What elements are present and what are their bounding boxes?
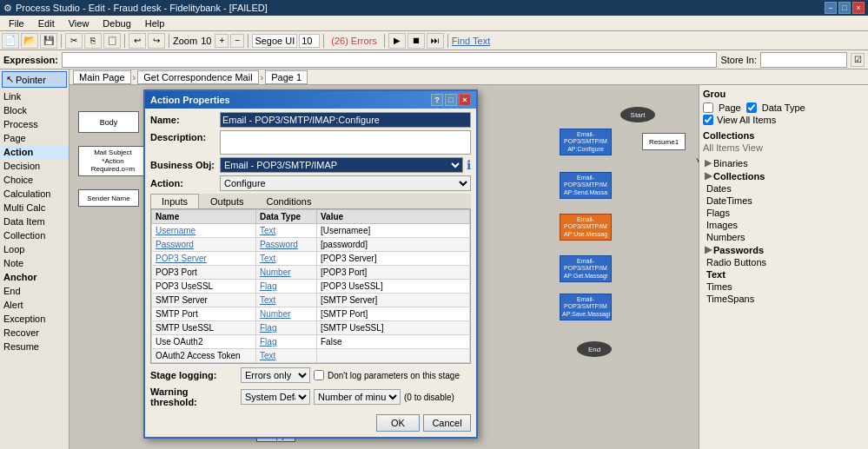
dialog-biz-obj-select[interactable]: Email - POP3/SMTP/IMAP [220,157,463,173]
sidebar-item-collection[interactable]: Collection [0,228,69,242]
table-row[interactable]: POP3 Server Text [POP3 Server] [152,252,470,266]
email-send-node[interactable]: Email-POP3/SMTP/IMAP:Send.Massa [560,172,612,199]
breadcrumb-page-1[interactable]: Page 1 [265,70,308,84]
store-in-button[interactable]: ☑ [851,53,865,67]
warning-unit-select[interactable]: Number of minutes [314,389,401,405]
sidebar-item-loop[interactable]: Loop [0,242,69,256]
table-row[interactable]: SMTP UseSSL Flag [SMTP UseSSL] [152,321,470,335]
data-type-checkbox[interactable] [746,102,757,113]
sidebar-item-note[interactable]: Note [0,256,69,270]
tab-outputs[interactable]: Outputs [199,194,255,208]
email-use-node[interactable]: Email-POP3/SMTP/IMAP:Use.Messag [560,214,612,241]
sidebar-item-resume[interactable]: Resume [0,340,69,353]
tab-inputs[interactable]: Inputs [150,194,199,208]
zoom-in-button[interactable]: + [215,34,229,48]
tab-conditions[interactable]: Conditions [255,194,323,208]
sidebar-item-exception[interactable]: Exception [0,312,69,326]
expression-input[interactable] [62,52,717,68]
tree-item-timespans[interactable]: TimeSpans [703,293,865,305]
cancel-button[interactable]: Cancel [423,414,471,432]
email-config-node[interactable]: Email-POP3/SMTP/IMAP:Configure [560,129,612,155]
sidebar-item-process[interactable]: Process [0,117,69,131]
sidebar-item-block[interactable]: Block [0,103,69,117]
resume1-node[interactable]: Resume1 [642,133,686,150]
tree-item-times[interactable]: Times [703,281,865,293]
sidebar-item-link[interactable]: Link [0,89,69,103]
table-row[interactable]: IMAP Server Text [152,363,470,365]
sidebar-item-anchor[interactable]: Anchor [0,270,69,284]
sidebar-item-alert[interactable]: Alert [0,298,69,312]
params-table-container[interactable]: Name Data Type Value Username Text [150,209,471,364]
dialog-desc-input[interactable] [220,130,471,155]
dialog-action-select[interactable]: Configure [220,175,471,191]
table-row[interactable]: SMTP Server Text [SMTP Server] [152,294,470,307]
step-button[interactable]: ⏭ [427,33,444,49]
canvas-diagram[interactable]: Body Mail Subject*ActionRequired.o=m Sen… [70,85,868,449]
font-dropdown[interactable]: Segoe UI [252,34,297,48]
tree-item-images[interactable]: Images [703,219,865,231]
menu-edit[interactable]: Edit [31,17,62,30]
play-button[interactable]: ▶ [388,33,406,49]
font-size-input[interactable] [299,34,320,48]
table-row[interactable]: Use OAuth2 Flag False [152,335,470,349]
sidebar-item-data-item[interactable]: Data Item [0,215,69,228]
start-node[interactable]: Start [620,107,655,122]
copy-button[interactable]: ⎘ [84,33,102,49]
close-button[interactable]: × [852,2,865,14]
cut-button[interactable]: ✂ [65,33,83,49]
find-text-label[interactable]: Find Text [452,36,490,46]
dialog-name-input[interactable] [220,112,471,128]
tree-item-binaries[interactable]: ▶Binaries [703,156,865,169]
tree-item-collections[interactable]: ▶Collections [703,169,865,182]
new-button[interactable]: 📄 [2,33,19,49]
zoom-out-button[interactable]: − [230,34,244,48]
warning-threshold-select[interactable]: System Defau [241,389,310,405]
dialog-help-button[interactable]: ? [431,94,443,106]
table-row[interactable]: Username Text [Usernamee] [152,224,470,238]
paste-button[interactable]: 📋 [103,33,121,49]
store-in-input[interactable] [760,52,847,68]
undo-button[interactable]: ↩ [129,33,146,49]
table-row[interactable]: POP3 Port Number [POP3 Port] [152,266,470,280]
minimize-button[interactable]: − [825,2,837,14]
tree-item-datetimes[interactable]: DateTimes [703,195,865,207]
end-node[interactable]: End [577,341,612,357]
email-get-node[interactable]: Email-POP3/SMTP/IMAP:Get.Massagi [560,255,612,282]
page-checkbox[interactable] [703,102,713,113]
sidebar-item-page[interactable]: Page [0,131,69,145]
dialog-close-button[interactable]: × [459,94,471,106]
breadcrumb-main-page[interactable]: Main Page [73,70,131,84]
maximize-button[interactable]: □ [838,2,851,14]
table-row[interactable]: Password Password [passwordd] [152,238,470,252]
save-button[interactable]: 💾 [40,33,57,49]
tree-item-numbers[interactable]: Numbers [703,231,865,243]
sidebar-item-calculation[interactable]: Calculation [0,187,69,201]
sidebar-item-action[interactable]: Action [0,145,69,159]
table-row[interactable]: POP3 UseSSL Flag [POP3 UseSSL] [152,280,470,294]
tree-item-dates[interactable]: Dates [703,182,865,195]
dont-log-checkbox[interactable] [314,370,324,380]
stage-logging-select[interactable]: Errors only [241,367,310,383]
menu-file[interactable]: File [2,17,31,30]
tree-item-passwords[interactable]: ▶Passwords [703,243,865,256]
dialog-biz-obj-info-icon[interactable]: ℹ [467,158,471,172]
tree-item-radio-buttons[interactable]: Radio Buttons [703,256,865,268]
menu-view[interactable]: View [62,17,96,30]
ok-button[interactable]: OK [376,414,420,432]
sidebar-item-decision[interactable]: Decision [0,159,69,173]
open-button[interactable]: 📂 [21,33,38,49]
sidebar-item-recover[interactable]: Recover [0,326,69,340]
sidebar-item-multi-calc[interactable]: Multi Calc [0,201,69,215]
tree-item-text[interactable]: Text [703,268,865,281]
table-row[interactable]: OAuth2 Access Token Text [152,349,470,363]
tree-item-flags[interactable]: Flags [703,207,865,219]
sidebar-item-end[interactable]: End [0,284,69,298]
menu-help[interactable]: Help [138,17,172,30]
breadcrumb-get-correspondence[interactable]: Get Correspondence Mail [137,70,258,84]
redo-button[interactable]: ↪ [148,33,165,49]
email-save-node[interactable]: Email-POP3/SMTP/IMAP:Save.Massagi [560,294,612,320]
menu-debug[interactable]: Debug [96,17,137,30]
dialog-max-button[interactable]: □ [445,94,457,106]
pointer-tool[interactable]: ↖ Pointer [2,71,67,88]
sidebar-item-choice[interactable]: Choice [0,173,69,187]
